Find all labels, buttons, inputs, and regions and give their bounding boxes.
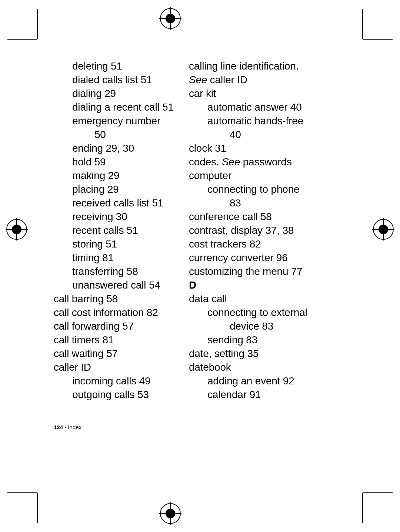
index-entry: contrast, display 37, 38 <box>189 223 313 237</box>
crop-mark <box>7 39 37 40</box>
index-entry: data call <box>189 292 313 306</box>
index-entry: calendar 91 <box>189 388 313 401</box>
index-entry: conference call 58 <box>189 210 313 223</box>
index-entry-continuation: 83 <box>189 196 313 210</box>
index-entry: caller ID <box>54 360 178 374</box>
index-entry: dialed calls list 51 <box>54 73 178 87</box>
index-entry: clock 31 <box>189 141 313 155</box>
crop-mark <box>7 492 37 493</box>
index-entry: date, setting 35 <box>189 347 313 360</box>
index-see-ref: See <box>222 156 240 168</box>
index-entry: codes. See passwords <box>189 155 313 169</box>
index-entry: customizing the menu 77 <box>189 265 313 278</box>
index-entry: call waiting 57 <box>54 347 178 360</box>
index-entry: call timers 81 <box>54 333 178 347</box>
index-entry-continuation: 50 <box>54 128 178 141</box>
index-entry: unanswered call 54 <box>54 278 178 292</box>
index-entry: computer <box>189 169 313 182</box>
index-entry: received calls list 51 <box>54 196 178 210</box>
index-entry: connecting to phone <box>189 182 313 196</box>
index-column-right: calling line identification. See caller … <box>189 59 313 401</box>
registration-mark-icon <box>6 218 28 240</box>
index-entry: timing 81 <box>54 251 178 265</box>
index-entry: cost trackers 82 <box>189 237 313 251</box>
index-entry: storing 51 <box>54 237 178 251</box>
index-entry: call cost information 82 <box>54 306 178 319</box>
index-entry: automatic answer 40 <box>189 100 313 114</box>
index-entry-continuation: 40 <box>189 128 313 141</box>
index-entry: automatic hands-free <box>189 114 313 128</box>
index-entry-continuation: device 83 <box>189 319 313 333</box>
footer-separator: - <box>63 424 68 430</box>
index-section-letter: D <box>189 278 313 292</box>
index-entry: recent calls 51 <box>54 223 178 237</box>
index-entry: datebook <box>189 360 313 374</box>
crop-mark <box>363 492 393 493</box>
registration-mark-icon <box>159 7 181 30</box>
index-entry: transferring 58 <box>54 265 178 278</box>
index-text: calling line identification. <box>189 60 299 72</box>
page-number: 124 <box>54 424 63 430</box>
crop-mark <box>362 493 363 523</box>
index-content: deleting 51 dialed calls list 51 dialing… <box>54 59 313 401</box>
index-entry: call forwarding 57 <box>54 319 178 333</box>
index-entry: placing 29 <box>54 182 178 196</box>
index-entry: call barring 58 <box>54 292 178 306</box>
registration-mark-icon <box>372 218 394 240</box>
index-entry: connecting to external <box>189 306 313 319</box>
index-entry: hold 59 <box>54 155 178 169</box>
index-column-left: deleting 51 dialed calls list 51 dialing… <box>54 59 178 401</box>
index-entry: dialing a recent call 51 <box>54 100 178 114</box>
index-entry: receiving 30 <box>54 210 178 223</box>
page-footer: 124 - Index <box>54 424 81 430</box>
registration-mark-icon <box>159 502 181 525</box>
index-entry: adding an event 92 <box>189 374 313 388</box>
crop-mark <box>363 39 393 40</box>
index-text: codes. <box>189 156 222 168</box>
index-text: caller ID <box>207 74 247 85</box>
index-entry: emergency number <box>54 114 178 128</box>
index-entry: incoming calls 49 <box>54 374 178 388</box>
index-entry: making 29 <box>54 169 178 182</box>
index-entry: car kit <box>189 87 313 100</box>
index-entry: currency converter 96 <box>189 251 313 265</box>
index-entry: calling line identification. See caller … <box>189 59 313 87</box>
index-text: passwords <box>240 156 292 168</box>
index-see-ref: See <box>189 74 207 85</box>
crop-mark <box>362 9 363 39</box>
index-entry: dialing 29 <box>54 87 178 100</box>
crop-mark <box>37 493 38 523</box>
index-entry: sending 83 <box>189 333 313 347</box>
crop-mark <box>37 9 38 39</box>
index-entry: outgoing calls 53 <box>54 388 178 401</box>
index-entry: deleting 51 <box>54 59 178 73</box>
index-entry: ending 29, 30 <box>54 141 178 155</box>
footer-label: Index <box>68 424 81 430</box>
